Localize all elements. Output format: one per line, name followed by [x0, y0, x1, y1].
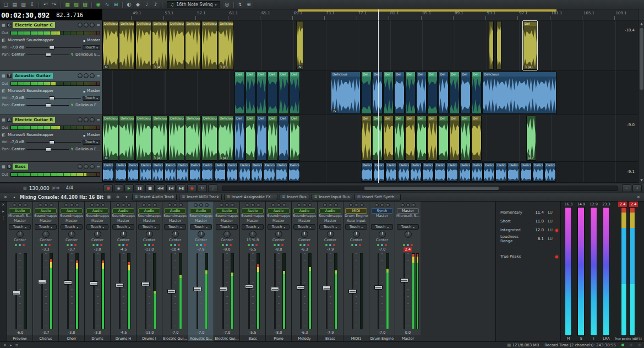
audio-clip[interactable]: Del: [361, 116, 372, 161]
audio-clip[interactable]: [489, 21, 494, 70]
strip-solo-button[interactable]: [406, 203, 410, 207]
waveform-preview-icon[interactable]: ∿: [103, 1, 111, 8]
midi-input-icon[interactable]: ♪: [151, 1, 160, 8]
fader-handle[interactable]: [193, 287, 201, 291]
strip-mute-button[interactable]: [13, 203, 17, 207]
strip-type-badge[interactable]: Audio: [138, 208, 160, 214]
arrange-clips-pane[interactable]: DeliciousfxDeliciousDeliciousDelicious3 …: [102, 20, 638, 183]
track-lane[interactable]: DelDelDelDelDelDelDeliciousfxDelDelDelDe…: [102, 71, 638, 115]
redo-icon[interactable]: ↷: [50, 1, 58, 8]
audio-clip[interactable]: Delicious: [177, 162, 188, 182]
strip-mute-button[interactable]: [323, 203, 327, 207]
volume-slider[interactable]: [26, 140, 81, 144]
track-name[interactable]: Bass: [13, 164, 28, 170]
audio-clip[interactable]: Delicious: [201, 162, 213, 182]
audio-clip[interactable]: Delicious: [385, 162, 397, 182]
strip-pan-knob[interactable]: [301, 231, 308, 238]
audio-clip[interactable]: Delicious: [507, 162, 519, 182]
fx-indicator-dot[interactable]: [307, 244, 309, 246]
audio-clip[interactable]: Delicious3 (A): [152, 21, 168, 70]
strip-output-port[interactable]: Microsoft S...: [8, 214, 31, 219]
fx-indicator-dot[interactable]: [329, 244, 331, 246]
strip-pan-knob[interactable]: [198, 231, 205, 238]
strip-record-button[interactable]: [179, 203, 183, 207]
audio-clip[interactable]: Delicious: [102, 162, 114, 182]
mixer-channel-strip[interactable]: AudioSoundmapperMasterTouch▾Center-7.9-7…: [188, 202, 214, 342]
strip-output-port[interactable]: Soundmapper: [34, 214, 57, 219]
audio-clip[interactable]: Delicious: [544, 162, 556, 182]
playhead[interactable]: [378, 20, 379, 183]
strip-type-badge[interactable]: Audio: [61, 208, 83, 214]
audio-clip[interactable]: Delicious: [119, 21, 135, 70]
piano-roll-view-icon[interactable]: ▨: [81, 1, 89, 8]
track-record-button[interactable]: [90, 164, 95, 169]
status-menu-icon[interactable]: ≡: [15, 343, 18, 347]
audio-clip[interactable]: Del: [290, 116, 300, 161]
strip-output-port[interactable]: Soundmapper: [215, 214, 238, 219]
strip-mute-button[interactable]: [116, 203, 120, 207]
fx-indicator-dot[interactable]: [204, 244, 206, 246]
audio-clip[interactable]: Delicious: [201, 21, 217, 70]
audio-clip[interactable]: Delicious: [288, 162, 300, 182]
fader-handle[interactable]: [271, 287, 279, 291]
open-project-icon[interactable]: ▤: [10, 1, 19, 8]
fx-indicator-dot[interactable]: [403, 244, 405, 246]
strip-solo-button[interactable]: [122, 203, 125, 207]
strip-mute-button[interactable]: [194, 203, 198, 207]
fader-handle[interactable]: [141, 282, 150, 286]
fx-indicator-dot[interactable]: [411, 244, 413, 246]
audio-engine-icon[interactable]: ↯: [236, 1, 244, 8]
strip-mute-button[interactable]: [375, 203, 379, 207]
fx-indicator-dot[interactable]: [178, 244, 180, 246]
fx-indicator-dot[interactable]: [19, 244, 21, 246]
strip-pan-knob[interactable]: [68, 231, 75, 238]
fx-indicator-dot[interactable]: [41, 244, 43, 246]
stop-button[interactable]: ■: [145, 184, 155, 192]
clip-fx-badge[interactable]: fx: [103, 65, 109, 69]
audio-clip[interactable]: Delicious: [140, 162, 151, 182]
time-signature[interactable]: 4/4: [66, 186, 73, 191]
audio-clip[interactable]: Del: [438, 116, 449, 161]
track-solo-button[interactable]: [84, 73, 89, 78]
strip-output-port[interactable]: Microsoft S...: [396, 214, 419, 219]
audio-clip[interactable]: Delicious: [276, 162, 287, 182]
fx-indicator-dot[interactable]: [248, 244, 250, 246]
fx-indicator-dot[interactable]: [170, 244, 172, 246]
strip-automation-dropdown[interactable]: Touch▾: [190, 224, 212, 230]
record-automation-button[interactable]: ●: [187, 184, 197, 192]
strip-mute-button[interactable]: [401, 203, 405, 207]
step-record-button[interactable]: ◉: [114, 184, 123, 192]
mixer-channel-strip[interactable]: MasterMicrosoft S...Touch▾2.40.0Master: [395, 202, 421, 342]
strip-automation-dropdown[interactable]: Touch▾: [164, 224, 186, 230]
strip-automation-dropdown[interactable]: Touch▾: [61, 224, 83, 230]
tempo-value[interactable]: 130,000: [29, 186, 50, 191]
strip-output-port[interactable]: Drum Engine: [345, 214, 368, 219]
audio-clip[interactable]: Delicious: [201, 116, 217, 161]
fx-indicator-dot[interactable]: [381, 244, 383, 246]
fx-indicator-dot[interactable]: [144, 244, 146, 246]
track-mute-button[interactable]: [78, 23, 83, 28]
pause-button[interactable]: ▮▮: [135, 184, 144, 192]
zoom-in-button[interactable]: +: [632, 184, 642, 192]
audio-clip[interactable]: Delicious: [135, 21, 151, 70]
track-bus[interactable]: Master: [87, 89, 100, 93]
fader-handle[interactable]: [374, 285, 383, 290]
track-menu-icon[interactable]: ≡: [96, 73, 100, 78]
new-project-icon[interactable]: ▢: [2, 1, 10, 8]
strip-automation-dropdown[interactable]: Touch▾: [35, 224, 57, 230]
strip-solo-button[interactable]: [354, 203, 358, 207]
strip-bus[interactable]: Master: [138, 219, 161, 224]
strip-type-badge[interactable]: Audio: [35, 208, 57, 214]
track-header[interactable]: ▦6Electric Guitar C≡Out◧Microsoft Soundm…: [0, 20, 102, 71]
strip-pan-knob[interactable]: [120, 231, 127, 238]
fx-indicator-dot[interactable]: [277, 244, 280, 246]
strip-record-button[interactable]: [231, 203, 234, 207]
horizontal-scrollbar-thumb[interactable]: [364, 187, 499, 190]
strip-record-button[interactable]: [386, 203, 390, 207]
strip-mute-button[interactable]: [245, 203, 249, 207]
audio-clip[interactable]: Del: [460, 116, 471, 161]
mixer-channel-strip[interactable]: AudioSoundmapperMasterTouch▾Center-6.3-6…: [292, 202, 317, 342]
mute-tool-icon[interactable]: ◐: [125, 1, 133, 8]
track-bus[interactable]: Master: [87, 133, 100, 137]
audio-clip[interactable]: Del: [394, 116, 405, 161]
